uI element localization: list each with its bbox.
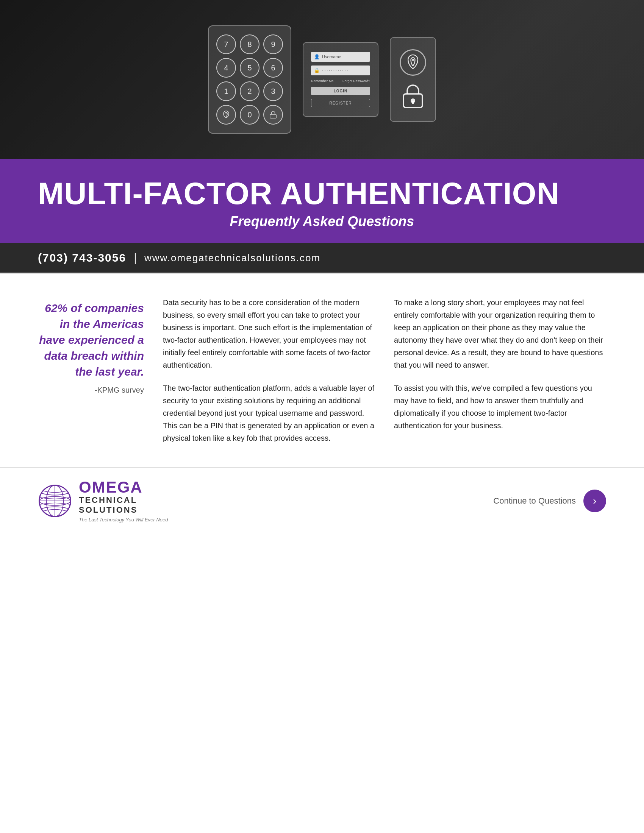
middle-text-column: Data security has to be a core considera… <box>163 296 375 444</box>
login-form-mockup: 👤 Username 🔒 ············ Remember Me Fo… <box>303 42 378 117</box>
continue-to-questions[interactable]: Continue to Questions › <box>493 490 606 512</box>
title-banner: MULTI-FACTOR AUTHENTICATION Frequently A… <box>0 159 644 243</box>
right-paragraph-2: To assist you with this, we've compiled … <box>394 382 606 432</box>
padlock-icon <box>402 83 424 110</box>
lock-mockup <box>390 37 436 122</box>
register-button[interactable]: REGISTER <box>311 99 370 107</box>
key-fingerprint <box>216 105 236 125</box>
continue-arrow-icon: › <box>583 490 606 512</box>
hero-section: 7 8 9 4 5 6 1 2 3 0 <box>0 0 644 159</box>
hero-ui-mockup: 7 8 9 4 5 6 1 2 3 0 <box>208 26 436 133</box>
continue-text: Continue to Questions <box>493 496 576 506</box>
svg-point-1 <box>412 59 414 61</box>
bar-divider: | <box>134 251 137 264</box>
quote-source: -KPMG survey <box>38 386 144 394</box>
logo-solutions: SOLUTIONS <box>79 505 168 515</box>
logo-tagline: The Last Technology You Will Ever Need <box>79 517 168 523</box>
key-9: 9 <box>263 34 283 54</box>
lock-field-icon: 🔒 <box>314 68 320 73</box>
subtitle: Frequently Asked Questions <box>38 214 606 230</box>
website-url: www.omegatechnicalsolutions.com <box>144 252 320 264</box>
logo-text-block: OMEGA TECHNICAL SOLUTIONS The Last Techn… <box>79 479 168 523</box>
middle-paragraph-1: Data security has to be a core considera… <box>163 296 375 371</box>
quote-text: 62% of companies in the Americas have ex… <box>38 300 144 380</box>
right-paragraph-1: To make a long story short, your employe… <box>394 296 606 371</box>
login-button[interactable]: LOGIN <box>311 87 370 95</box>
key-8: 8 <box>240 34 259 54</box>
globe-icon <box>38 484 72 518</box>
footer-logo: OMEGA TECHNICAL SOLUTIONS The Last Techn… <box>38 479 168 523</box>
key-5: 5 <box>240 58 259 78</box>
footer-section: OMEGA TECHNICAL SOLUTIONS The Last Techn… <box>0 467 644 538</box>
content-area: 62% of companies in the Americas have ex… <box>0 273 644 467</box>
phone-number: (703) 743-3056 <box>38 251 126 264</box>
login-options-row: Remember Me Forgot Password? <box>311 79 370 83</box>
svg-rect-0 <box>270 114 277 118</box>
right-text-column: To make a long story short, your employe… <box>394 296 606 444</box>
remember-me-label: Remember Me <box>311 79 334 83</box>
username-field: 👤 Username <box>311 52 370 62</box>
logo-technical: TECHNICAL <box>79 495 168 505</box>
logo-omega: OMEGA <box>79 479 168 495</box>
username-placeholder: Username <box>322 55 341 59</box>
key-3: 3 <box>263 81 283 101</box>
keypad-mockup: 7 8 9 4 5 6 1 2 3 0 <box>208 26 291 133</box>
key-4: 4 <box>216 58 236 78</box>
key-6: 6 <box>263 58 283 78</box>
key-2: 2 <box>240 81 259 101</box>
forgot-password-label: Forgot Password? <box>343 79 370 83</box>
key-lock <box>263 105 283 125</box>
user-icon: 👤 <box>314 54 320 60</box>
contact-bar: (703) 743-3056 | www.omegatechnicalsolut… <box>0 243 644 273</box>
password-field: 🔒 ············ <box>311 66 370 76</box>
key-7: 7 <box>216 34 236 54</box>
password-dots: ············ <box>322 68 349 74</box>
left-quote-column: 62% of companies in the Americas have ex… <box>38 296 144 444</box>
svg-rect-4 <box>412 101 414 104</box>
main-heading: MULTI-FACTOR AUTHENTICATION <box>38 177 606 210</box>
middle-paragraph-2: The two-factor authentication platform, … <box>163 382 375 444</box>
fingerprint-icon <box>400 49 426 76</box>
key-1: 1 <box>216 81 236 101</box>
key-0: 0 <box>240 105 259 125</box>
